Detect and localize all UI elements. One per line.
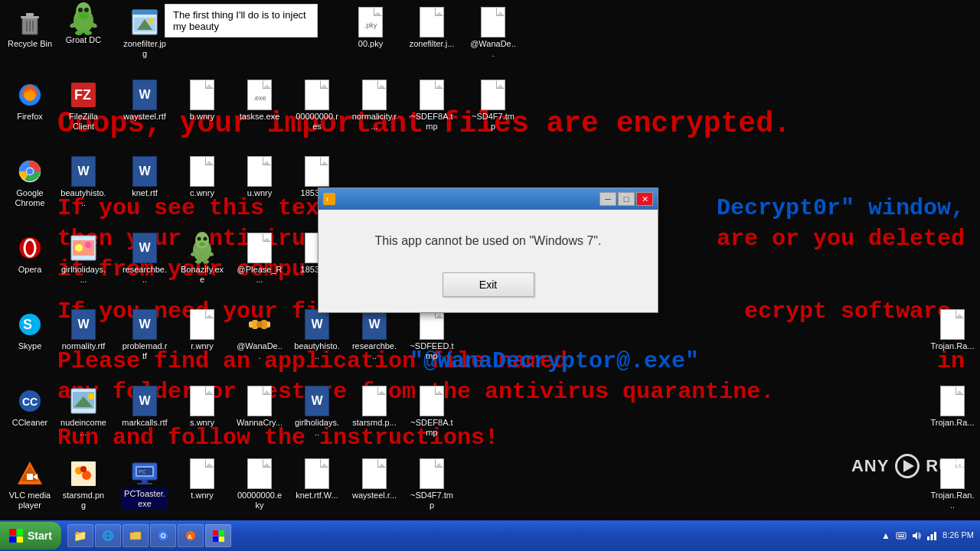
taskbar-item-start-orb[interactable] (205, 524, 231, 547)
dialog-window-controls: ─ □ ✕ (599, 192, 653, 206)
system-clock[interactable]: 8:26 PM (942, 530, 974, 541)
dialog-titlebar: ! ─ □ ✕ (318, 188, 658, 210)
minimize-button[interactable]: ─ (599, 192, 616, 206)
svg-rect-91 (931, 534, 933, 540)
svg-rect-85 (898, 534, 900, 536)
start-label: Start (28, 530, 52, 542)
svg-rect-90 (927, 536, 929, 540)
svg-rect-84 (897, 533, 906, 539)
dialog-overlay: ! ─ □ ✕ This app cannot be used on "Wind… (0, 0, 980, 520)
error-dialog: ! ─ □ ✕ This app cannot be used on "Wind… (318, 187, 658, 313)
svg-text:!: ! (326, 196, 328, 203)
svg-text:A: A (188, 533, 192, 540)
dialog-app-icon: ! (323, 193, 335, 205)
explorer-icon: 📁 (74, 530, 87, 542)
taskbar-item-avast[interactable]: A (178, 524, 204, 547)
svg-point-77 (162, 534, 165, 537)
taskbar-chrome-icon (157, 530, 169, 542)
exit-button[interactable]: Exit (443, 272, 534, 297)
maximize-button[interactable]: □ (618, 192, 635, 206)
dialog-title-area: ! (323, 193, 335, 205)
tray-keyboard-icon[interactable] (895, 530, 907, 542)
desktop: Ooops, your important files are encrypte… (0, 0, 980, 520)
svg-rect-92 (934, 532, 936, 540)
folder-icon (129, 530, 142, 542)
taskbar-item-ie[interactable] (95, 524, 121, 547)
system-tray: ▲ (880, 530, 938, 542)
tray-network-icon[interactable] (926, 530, 938, 542)
svg-rect-87 (903, 534, 904, 536)
svg-rect-82 (213, 536, 218, 542)
taskbar-right: ▲ (874, 530, 980, 542)
dialog-message: This app cannot be used on "Windows 7". (341, 233, 635, 249)
taskbar: Start 📁 (0, 520, 980, 551)
svg-marker-89 (913, 532, 917, 540)
taskbar-item-folder[interactable] (122, 524, 149, 547)
tray-volume-icon[interactable] (910, 530, 923, 542)
avast-icon: A (185, 530, 197, 542)
taskbar-items: 📁 (64, 524, 874, 547)
win-taskbar-icon (212, 530, 224, 542)
start-button[interactable]: Start (0, 522, 61, 549)
close-button[interactable]: ✕ (636, 192, 653, 206)
clock-time: 8:26 PM (942, 530, 974, 541)
dialog-body: This app cannot be used on "Windows 7". … (318, 210, 658, 312)
svg-rect-86 (900, 534, 902, 536)
svg-rect-80 (213, 530, 218, 536)
svg-rect-88 (898, 536, 904, 538)
taskbar-item-chrome[interactable] (150, 524, 176, 547)
svg-rect-81 (219, 530, 224, 536)
svg-rect-83 (219, 536, 224, 542)
tray-notification-icon[interactable]: ▲ (880, 530, 892, 542)
ie-icon (102, 530, 114, 542)
taskbar-item-explorer[interactable]: 📁 (67, 524, 93, 547)
windows-logo-icon (9, 529, 23, 543)
